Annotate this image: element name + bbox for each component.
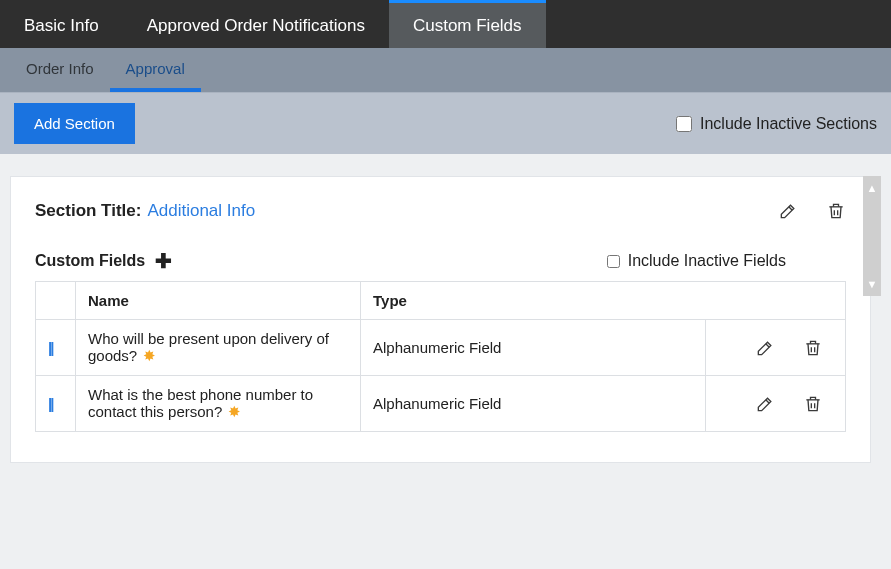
sub-tab-bar: Order Info Approval: [0, 48, 891, 92]
delete-field-button[interactable]: [803, 394, 823, 414]
field-type-cell: Alphanumeric Field: [361, 376, 706, 432]
include-inactive-fields-row[interactable]: Include Inactive Fields: [607, 252, 786, 270]
tab-basic-info[interactable]: Basic Info: [0, 0, 123, 48]
include-inactive-sections-label: Include Inactive Sections: [700, 115, 877, 133]
edit-field-button[interactable]: [755, 338, 775, 358]
required-star-icon: ✸: [143, 347, 156, 364]
delete-section-button[interactable]: [826, 201, 846, 221]
custom-fields-table: Name Type || Who will be present upon de…: [35, 281, 846, 432]
table-row: || Who will be present upon delivery of …: [36, 320, 846, 376]
delete-field-button[interactable]: [803, 338, 823, 358]
include-inactive-sections-checkbox[interactable]: [676, 116, 692, 132]
field-name-text: Who will be present upon delivery of goo…: [88, 330, 329, 364]
field-name-cell: Who will be present upon delivery of goo…: [76, 320, 361, 376]
scroll-down-icon[interactable]: ▼: [867, 278, 878, 290]
action-bar: Add Section Include Inactive Sections: [0, 92, 891, 154]
drag-handle-icon[interactable]: ||: [48, 339, 52, 356]
field-name-text: What is the best phone number to contact…: [88, 386, 313, 420]
column-header-name: Name: [76, 282, 361, 320]
subtab-approval[interactable]: Approval: [110, 48, 201, 92]
edit-icon: [755, 394, 775, 414]
section-title-label: Section Title:: [35, 201, 141, 221]
trash-icon: [803, 394, 823, 414]
edit-icon: [778, 201, 798, 221]
table-row: || What is the best phone number to cont…: [36, 376, 846, 432]
section-panel: Section Title: Additional Info Custom Fi…: [10, 176, 871, 463]
add-section-button[interactable]: Add Section: [14, 103, 135, 144]
field-name-cell: What is the best phone number to contact…: [76, 376, 361, 432]
scroll-strip[interactable]: ▲ ▼: [863, 176, 881, 296]
include-inactive-fields-label: Include Inactive Fields: [628, 252, 786, 270]
column-header-type: Type: [361, 282, 846, 320]
add-field-button[interactable]: ✚: [155, 251, 172, 271]
custom-fields-label: Custom Fields: [35, 252, 145, 270]
plus-icon: ✚: [155, 250, 172, 272]
subtab-order-info[interactable]: Order Info: [10, 48, 110, 92]
include-inactive-sections-row[interactable]: Include Inactive Sections: [676, 115, 877, 133]
drag-handle-icon[interactable]: ||: [48, 395, 52, 412]
tab-approved-order-notifications[interactable]: Approved Order Notifications: [123, 0, 389, 48]
scroll-up-icon[interactable]: ▲: [867, 182, 878, 194]
table-header-row: Name Type: [36, 282, 846, 320]
custom-fields-header: Custom Fields ✚ Include Inactive Fields: [35, 251, 846, 271]
section-title-value[interactable]: Additional Info: [147, 201, 255, 221]
edit-field-button[interactable]: [755, 394, 775, 414]
trash-icon: [826, 201, 846, 221]
field-type-cell: Alphanumeric Field: [361, 320, 706, 376]
required-star-icon: ✸: [228, 403, 241, 420]
include-inactive-fields-checkbox[interactable]: [607, 255, 620, 268]
trash-icon: [803, 338, 823, 358]
edit-icon: [755, 338, 775, 358]
edit-section-button[interactable]: [778, 201, 798, 221]
main-tab-bar: Basic Info Approved Order Notifications …: [0, 0, 891, 48]
section-header: Section Title: Additional Info: [35, 201, 846, 221]
tab-custom-fields[interactable]: Custom Fields: [389, 0, 546, 48]
